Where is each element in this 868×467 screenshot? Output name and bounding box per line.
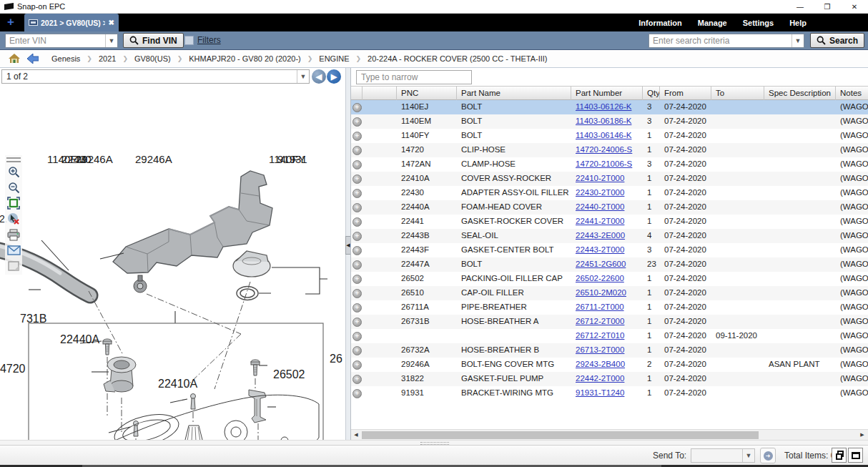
table-row[interactable]: +29246ABOLT-ENG COVER MTG29243-2B400207-… [351,358,868,372]
menu-help[interactable]: Help [789,19,807,27]
back-arrow-icon[interactable] [27,54,39,64]
locate-part-icon[interactable]: + [352,117,362,127]
part-number-link[interactable]: 22443-2E000 [576,231,625,240]
table-row[interactable]: +1140EJBOLT11403-06126-K307-24-2020(WAGO… [351,100,868,114]
table-row[interactable]: +1472ANCLAMP-HOSE14720-21006-S307-24-202… [351,157,868,172]
part-number-link[interactable]: 11403-06146-K [576,131,631,139]
locate-part-icon[interactable]: + [352,318,362,327]
active-tab[interactable]: 2021 > GV80(US) > K... ✖ [24,14,119,31]
locate-part-icon[interactable]: + [352,132,362,141]
table-row[interactable]: +26712-2T010107-24-202009-11-2020(WAGON [351,329,868,343]
part-number-link[interactable]: 14720-21006-S [576,159,632,168]
narrow-filter-input[interactable]: Type to narrow [356,70,472,84]
part-number-link[interactable]: 22440-2T000 [576,202,624,211]
table-row[interactable]: +26502PACKING-OIL FILLER CAP26502-226001… [351,272,868,286]
breadcrumb-item[interactable]: 20-224A - ROCKER COVER (2500 CC - THETA-… [368,54,547,63]
locate-part-icon[interactable]: + [352,389,362,398]
vin-input[interactable]: Enter VIN ▼ [5,34,118,48]
part-number-link[interactable]: 26510-2M020 [576,288,626,297]
table-row[interactable]: +22410ACOVER ASSY-ROCKER22410-2T000107-2… [351,172,868,186]
table-row[interactable]: +14720CLIP-HOSE14720-24006-S107-24-2020(… [351,143,868,157]
search-button[interactable]: Search [810,33,864,48]
locate-part-icon[interactable]: + [352,303,362,313]
search-criteria-input[interactable]: Enter search criteria ▼ [648,34,804,48]
locate-part-icon[interactable]: + [352,203,362,212]
column-header[interactable]: PNC [397,87,457,100]
toolbar-grip-handle[interactable] [6,157,21,162]
email-icon[interactable] [6,244,21,257]
part-number-link[interactable]: 26713-2T000 [576,345,624,354]
table-row[interactable]: +26510CAP-OIL FILLER26510-2M020107-24-20… [351,286,868,300]
locate-part-icon[interactable]: + [352,174,362,184]
column-header[interactable] [351,87,363,100]
table-row[interactable]: +1140EMBOLT11403-06186-K307-24-2020(WAGO… [351,114,868,129]
tab-close-icon[interactable]: ✖ [109,19,114,26]
chevron-down-icon[interactable]: ▼ [297,70,309,83]
locate-part-icon[interactable]: + [352,360,362,370]
fit-to-window-icon[interactable] [6,197,21,210]
part-number-link[interactable]: 11403-06186-K [576,117,631,125]
menu-settings[interactable]: Settings [743,19,774,27]
horizontal-scrollbar[interactable]: ◀ ▶ [351,429,868,440]
print-icon[interactable] [6,228,21,241]
column-header[interactable] [363,87,397,100]
table-row[interactable]: +26711APIPE-BREATHER26711-2T000107-24-20… [351,300,868,315]
send-go-button[interactable]: ➜ [760,448,776,463]
part-number-link[interactable]: 22410-2T000 [576,174,624,182]
column-header[interactable]: From [660,87,711,100]
send-to-select[interactable]: ▼ [691,448,755,463]
table-row[interactable]: +26732AHOSE-BREATHER B26713-2T000107-24-… [351,343,868,358]
locate-part-icon[interactable]: + [352,246,362,255]
part-number-link[interactable]: 29243-2B400 [576,360,625,368]
locate-part-icon[interactable]: + [352,189,362,198]
minimize-button[interactable]: — [786,0,814,14]
part-number-link[interactable]: 26712-2T010 [576,331,624,340]
chevron-down-icon[interactable]: ▼ [742,449,754,462]
expand-panel-button[interactable] [848,448,863,463]
close-button[interactable]: ✕ [841,0,868,14]
column-header[interactable]: Notes [836,87,868,100]
float-panel-button[interactable] [832,448,847,463]
part-number-link[interactable]: 22451-2G600 [576,260,626,268]
maximize-button[interactable]: ❐ [814,0,841,14]
menu-information[interactable]: Information [638,19,682,27]
locate-part-icon[interactable]: + [352,217,362,227]
clear-selection-icon[interactable] [6,212,21,225]
table-row[interactable]: +22447ABOLT22451-2G6002307-24-2020(WAGON [351,257,868,272]
locate-part-icon[interactable]: + [352,103,362,112]
table-row[interactable]: +91931BRACKET-WIRING MTG91931-T1240107-2… [351,386,868,400]
scroll-left-icon[interactable]: ◀ [351,430,361,440]
filters-checkbox[interactable] [184,36,194,45]
table-row[interactable]: +22440AFOAM-HEAD COVER22440-2T000107-24-… [351,200,868,215]
chevron-down-icon[interactable]: ▼ [791,34,804,47]
column-header[interactable]: Part Name [457,87,571,100]
zoom-out-icon[interactable] [6,181,21,194]
scroll-right-icon[interactable]: ▶ [857,430,867,440]
part-number-link[interactable]: 22430-2T000 [576,188,624,197]
locate-part-icon[interactable]: + [352,232,362,241]
breadcrumb-item[interactable]: GV80(US) [134,54,171,63]
part-number-link[interactable]: 22441-2T000 [576,217,624,225]
table-row[interactable]: +22443FGASKET-CENTER BOLT22443-2T000307-… [351,243,868,257]
find-vin-button[interactable]: Find VIN [123,33,184,48]
locate-part-icon[interactable]: + [352,160,362,169]
previous-page-button[interactable]: ◀ [312,69,326,84]
part-number-link[interactable]: 26712-2T000 [576,317,624,325]
zoom-in-icon[interactable] [6,165,21,178]
parts-diagram[interactable]: 731B22440A1472022410A26502261140EM224302… [0,153,345,445]
export-image-icon[interactable] [6,260,21,272]
new-tab-button[interactable]: + [4,16,17,29]
breadcrumb-item[interactable]: ENGINE [319,54,349,63]
chevron-down-icon[interactable]: ▼ [105,34,117,47]
part-number-link[interactable]: 26502-22600 [576,274,624,282]
locate-part-icon[interactable]: + [352,260,362,270]
column-header[interactable]: Qty [643,87,660,100]
locate-part-icon[interactable]: + [352,375,362,384]
pane-splitter[interactable] [345,68,350,445]
table-row[interactable]: +1140FYBOLT11403-06146-K107-24-2020(WAGO… [351,129,868,143]
part-number-link[interactable]: 91931-T1240 [576,388,624,397]
locate-part-icon[interactable]: + [352,275,362,284]
breadcrumb-item[interactable]: 2021 [99,54,116,63]
table-row[interactable]: +22441GASKET-ROCKER COVER22441-2T000107-… [351,215,868,229]
scrollbar-thumb[interactable] [362,431,759,439]
